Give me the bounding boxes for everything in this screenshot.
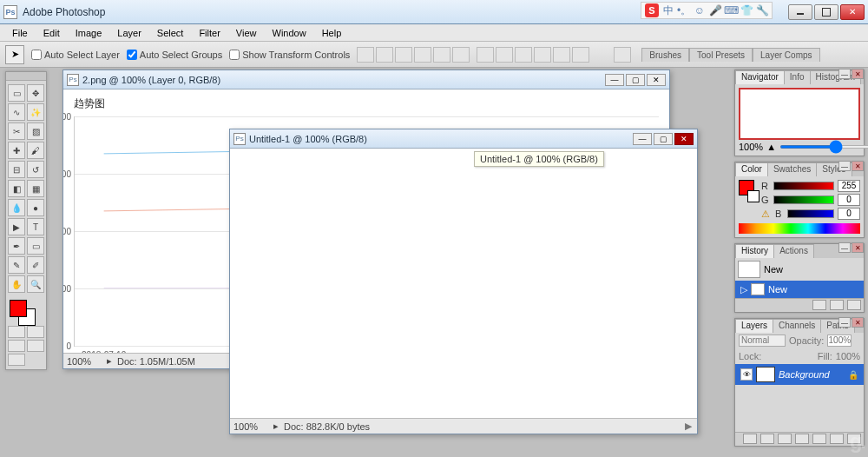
history-snapshot-button[interactable] bbox=[830, 300, 844, 310]
shape-tool-icon[interactable]: ▭ bbox=[27, 237, 44, 255]
distribute-btn-2[interactable] bbox=[496, 47, 513, 63]
adjustment-layer-button[interactable] bbox=[795, 434, 809, 444]
window-minimize-button[interactable] bbox=[788, 4, 812, 20]
layer-row[interactable]: 👁 Background 🔒 bbox=[735, 364, 864, 385]
screenmode-2-icon[interactable] bbox=[27, 340, 44, 352]
blend-mode-select[interactable]: Normal bbox=[739, 334, 786, 347]
toolbox-grip[interactable] bbox=[6, 72, 46, 81]
ime-lang-icon[interactable]: 中 bbox=[662, 4, 674, 17]
align-btn-2[interactable] bbox=[376, 47, 393, 63]
layer-name[interactable]: Background bbox=[779, 369, 830, 380]
ime-keyboard-icon[interactable]: ⌨ bbox=[725, 4, 737, 17]
ime-emoji-icon[interactable]: ☺ bbox=[694, 4, 706, 17]
doc2-close-button[interactable]: ✕ bbox=[674, 133, 694, 145]
distribute-btn-3[interactable] bbox=[515, 47, 532, 63]
ime-toolbar[interactable]: S 中 •。 ☺ 🎤 ⌨ 👕 🔧 bbox=[641, 2, 773, 19]
doc2-canvas[interactable] bbox=[230, 149, 697, 418]
menu-image[interactable]: Image bbox=[69, 26, 109, 40]
doc1-titlebar[interactable]: Ps 2.png @ 100% (Layer 0, RGB/8) — ▢ ✕ bbox=[63, 70, 669, 89]
crop-tool-icon[interactable]: ✂ bbox=[8, 123, 25, 140]
tab-info[interactable]: Info bbox=[784, 70, 811, 84]
quickmask-on-icon[interactable] bbox=[27, 326, 44, 338]
tab-navigator[interactable]: Navigator bbox=[735, 70, 785, 84]
doc1-status-icon[interactable]: ▸ bbox=[107, 355, 112, 367]
layer-mask-button[interactable] bbox=[778, 434, 792, 444]
new-group-button[interactable] bbox=[812, 434, 826, 444]
screenmode-1-icon[interactable] bbox=[8, 340, 25, 352]
doc1-close-button[interactable]: ✕ bbox=[647, 74, 666, 86]
menu-layer[interactable]: Layer bbox=[110, 26, 148, 40]
heal-tool-icon[interactable]: ✚ bbox=[8, 142, 25, 159]
doc2-titlebar[interactable]: Ps Untitled-1 @ 100% (RGB/8) — ▢ ✕ bbox=[230, 129, 697, 149]
doc1-maximize-button[interactable]: ▢ bbox=[626, 74, 645, 86]
fill-value[interactable]: 100% bbox=[836, 351, 860, 361]
eraser-tool-icon[interactable]: ◧ bbox=[8, 180, 25, 197]
r-value[interactable]: 255 bbox=[838, 180, 860, 192]
history-brush-icon[interactable]: ↺ bbox=[27, 161, 44, 178]
ime-punct-icon[interactable]: •。 bbox=[678, 4, 690, 17]
layer-style-button[interactable] bbox=[760, 434, 774, 444]
path-select-icon[interactable]: ▶ bbox=[8, 218, 25, 235]
panel-close-button[interactable]: ✕ bbox=[852, 69, 864, 79]
align-btn-5[interactable] bbox=[433, 47, 450, 63]
tab-brushes[interactable]: Brushes bbox=[641, 48, 689, 62]
gradient-tool-icon[interactable]: ▦ bbox=[27, 180, 44, 197]
panel-close-button[interactable]: ✕ bbox=[852, 242, 864, 253]
distribute-btn-1[interactable] bbox=[477, 47, 494, 63]
new-layer-button[interactable] bbox=[830, 434, 844, 444]
align-btn-3[interactable] bbox=[395, 47, 412, 63]
menu-help[interactable]: Help bbox=[315, 26, 349, 40]
gamut-warning-icon[interactable]: ⚠ bbox=[761, 209, 772, 219]
panel-min-button[interactable]: — bbox=[838, 317, 851, 328]
panel-close-button[interactable]: ✕ bbox=[852, 317, 864, 328]
tab-color[interactable]: Color bbox=[735, 162, 768, 176]
eye-icon[interactable]: 👁 bbox=[740, 368, 753, 381]
history-snapshot-row[interactable]: New bbox=[735, 258, 864, 281]
screenmode-3-icon[interactable] bbox=[8, 354, 25, 366]
ime-skin-icon[interactable]: 👕 bbox=[740, 4, 753, 17]
r-slider[interactable] bbox=[773, 182, 834, 190]
auto-select-groups-checkbox[interactable]: Auto Select Groups bbox=[127, 50, 222, 60]
distribute-btn-6[interactable] bbox=[572, 47, 589, 63]
align-btn-6[interactable] bbox=[452, 47, 470, 63]
tab-channels[interactable]: Channels bbox=[773, 319, 821, 333]
tab-layer-comps[interactable]: Layer Comps bbox=[753, 48, 819, 62]
doc1-minimize-button[interactable]: — bbox=[605, 74, 624, 86]
wand-tool-icon[interactable]: ✨ bbox=[27, 103, 44, 121]
type-tool-icon[interactable]: T bbox=[27, 218, 44, 235]
lock-pixels-icon[interactable] bbox=[765, 350, 777, 362]
tab-swatches[interactable]: Swatches bbox=[767, 162, 817, 176]
lasso-tool-icon[interactable]: ∿ bbox=[8, 103, 25, 121]
history-new-doc-button[interactable] bbox=[812, 300, 826, 310]
distribute-btn-5[interactable] bbox=[553, 47, 570, 63]
distribute-btn-4[interactable] bbox=[534, 47, 551, 63]
navigator-thumbnail[interactable] bbox=[739, 88, 860, 140]
b-value[interactable]: 0 bbox=[838, 208, 860, 220]
panel-close-button[interactable]: ✕ bbox=[852, 161, 864, 171]
lock-position-icon[interactable] bbox=[780, 350, 792, 362]
panel-min-button[interactable]: — bbox=[838, 242, 851, 253]
ime-tool-icon[interactable]: 🔧 bbox=[756, 4, 768, 17]
window-maximize-button[interactable] bbox=[814, 4, 838, 20]
quickmask-off-icon[interactable] bbox=[8, 326, 25, 338]
opacity-value[interactable]: 100% bbox=[827, 334, 852, 347]
align-btn-4[interactable] bbox=[414, 47, 431, 63]
tab-layers[interactable]: Layers bbox=[735, 319, 773, 333]
menu-view[interactable]: View bbox=[229, 26, 264, 40]
window-close-button[interactable] bbox=[840, 4, 865, 20]
menu-edit[interactable]: Edit bbox=[36, 26, 67, 40]
g-slider[interactable] bbox=[773, 195, 834, 204]
tab-tool-presets[interactable]: Tool Presets bbox=[689, 48, 753, 62]
ime-badge-icon[interactable]: S bbox=[645, 3, 659, 17]
tab-history[interactable]: History bbox=[735, 244, 774, 258]
menu-filter[interactable]: Filter bbox=[192, 26, 227, 40]
stamp-tool-icon[interactable]: ⊟ bbox=[8, 161, 25, 178]
dodge-tool-icon[interactable]: ● bbox=[27, 199, 44, 216]
brush-tool-icon[interactable]: 🖌 bbox=[27, 142, 44, 159]
color-ramp[interactable] bbox=[739, 223, 860, 234]
zoom-tool-icon[interactable]: 🔍 bbox=[27, 275, 44, 293]
foreground-color-swatch[interactable] bbox=[10, 300, 27, 317]
b-slider[interactable] bbox=[787, 209, 834, 218]
move-tool-icon[interactable]: ➤ bbox=[5, 45, 24, 64]
align-btn-1[interactable] bbox=[357, 47, 374, 63]
